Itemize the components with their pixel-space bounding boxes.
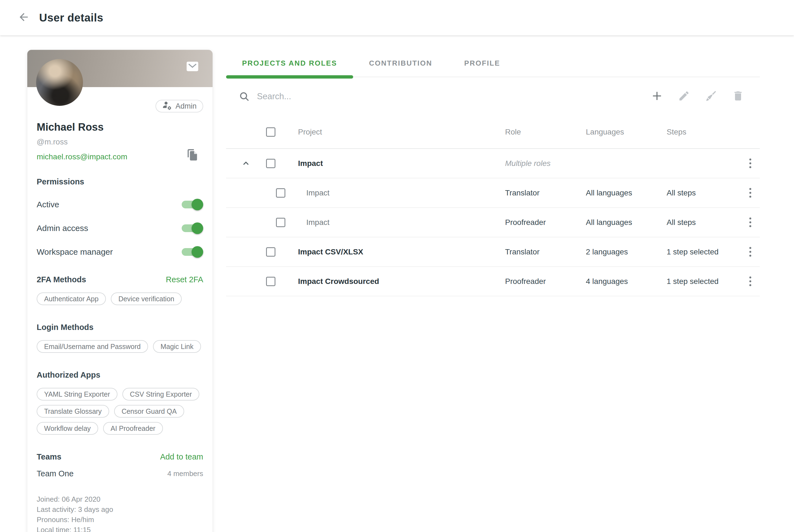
steps-cell: 1 step selected: [667, 277, 740, 286]
languages-cell: All languages: [586, 218, 667, 227]
languages-cell: 4 languages: [586, 277, 667, 286]
avatar: [36, 59, 83, 106]
page-title: User details: [39, 12, 103, 24]
meta-last-activity: Last activity: 3 days ago: [37, 505, 203, 515]
admin-access-toggle[interactable]: [182, 224, 202, 232]
toggle-label: Active: [37, 200, 59, 209]
plus-icon: [651, 90, 663, 103]
column-header-project: Project: [298, 128, 505, 136]
workspace-manager-toggle[interactable]: [182, 248, 202, 256]
row-checkbox[interactable]: [266, 277, 276, 286]
search-input[interactable]: [257, 92, 651, 101]
role-badge-label: Admin: [175, 102, 196, 111]
edit-button[interactable]: [678, 90, 690, 103]
search-bar: [226, 77, 760, 116]
user-name: Michael Ross: [37, 121, 203, 133]
team-members-count: 4 members: [167, 470, 203, 478]
toggle-knob: [192, 223, 203, 234]
trash-icon: [732, 90, 744, 103]
role-badge: Admin: [155, 100, 203, 112]
row-menu-kebab-icon[interactable]: [747, 245, 754, 259]
steps-cell: All steps: [667, 218, 740, 227]
search-icon: [239, 91, 250, 102]
authorized-app-chip: Translate Glossary: [37, 405, 109, 418]
languages-cell: 2 languages: [586, 248, 667, 256]
toggle-row-active: Active: [37, 199, 203, 210]
active-toggle[interactable]: [182, 201, 202, 208]
role-cell: Proofreader: [505, 277, 586, 286]
languages-cell: All languages: [586, 189, 667, 197]
reset-2fa-link[interactable]: Reset 2FA: [166, 275, 203, 284]
twofa-chip: Authenticator App: [37, 292, 106, 305]
role-cell: Translator: [505, 248, 586, 256]
toggle-label: Workspace manager: [37, 247, 113, 256]
teams-heading: Teams: [37, 452, 61, 461]
twofa-chip: Device verification: [111, 292, 182, 305]
authorized-app-chip: Censor Guard QA: [114, 405, 184, 418]
login-method-chip: Magic Link: [153, 340, 201, 353]
toggle-row-admin-access: Admin access: [37, 223, 203, 234]
column-header-role: Role: [505, 128, 586, 136]
toggle-row-workspace-manager: Workspace manager: [37, 246, 203, 258]
pencil-icon: [678, 90, 690, 103]
add-to-team-link[interactable]: Add to team: [160, 452, 203, 461]
login-method-chip: Email/Username and Password: [37, 340, 148, 353]
tab-bar: PROJECTS AND ROLES CONTRIBUTION PROFILE: [226, 50, 760, 77]
project-cell: Impact: [298, 189, 505, 197]
row-menu-kebab-icon[interactable]: [747, 215, 754, 229]
table-row: Impact CSV/XLSX Translator 2 languages 1…: [226, 238, 760, 267]
team-row: Team One 4 members: [37, 469, 203, 478]
user-card: Admin Michael Ross @m.ross michael.ross@…: [27, 50, 213, 532]
authorized-app-chip: Workflow delay: [37, 422, 98, 435]
project-cell: Impact CSV/XLSX: [298, 248, 505, 256]
tab-projects-and-roles[interactable]: PROJECTS AND ROLES: [226, 50, 353, 77]
row-menu-kebab-icon[interactable]: [747, 186, 754, 200]
row-checkbox[interactable]: [276, 188, 285, 198]
admin-user-gear-icon: [162, 100, 172, 112]
user-email-link[interactable]: michael.ross@impact.com: [37, 152, 127, 161]
column-header-steps: Steps: [667, 128, 740, 136]
toggle-knob: [192, 246, 203, 258]
add-button[interactable]: [651, 90, 663, 103]
projects-panel: PROJECTS AND ROLES CONTRIBUTION PROFILE: [226, 50, 760, 296]
permissions-heading: Permissions: [37, 177, 203, 186]
authorized-app-chip: AI Proofreader: [103, 422, 163, 435]
project-cell: Impact: [298, 218, 505, 227]
app-bar: User details: [0, 0, 794, 35]
project-cell: Impact: [298, 159, 505, 168]
send-email-button[interactable]: [186, 60, 199, 73]
column-header-languages: Languages: [586, 128, 667, 136]
row-menu-kebab-icon[interactable]: [747, 156, 754, 170]
broom-icon: [705, 90, 717, 103]
select-all-checkbox[interactable]: [266, 127, 276, 137]
back-button[interactable]: [17, 11, 31, 25]
meta-local-time: Local time: 11:15: [37, 525, 203, 532]
toggle-knob: [192, 199, 203, 210]
meta-pronouns: Pronouns: He/him: [37, 515, 203, 525]
envelope-icon: [186, 69, 199, 74]
team-name: Team One: [37, 469, 74, 478]
row-checkbox[interactable]: [266, 247, 276, 256]
role-cell: Multiple roles: [505, 159, 586, 168]
collapse-chevron-up-icon[interactable]: [241, 159, 251, 168]
steps-cell: 1 step selected: [667, 248, 740, 256]
role-cell: Proofreader: [505, 218, 586, 227]
row-checkbox[interactable]: [266, 159, 276, 168]
row-menu-kebab-icon[interactable]: [747, 274, 754, 288]
table-row: Impact Crowdsourced Proofreader 4 langua…: [226, 267, 760, 296]
table-row: Impact Translator All languages All step…: [226, 178, 760, 208]
login-methods-heading: Login Methods: [37, 323, 93, 332]
table-toolbar: [651, 90, 760, 103]
tab-profile[interactable]: PROFILE: [448, 50, 516, 77]
table-row: Impact Multiple roles: [226, 149, 760, 178]
copy-email-button[interactable]: [187, 149, 198, 161]
tab-contribution[interactable]: CONTRIBUTION: [353, 50, 448, 77]
delete-button[interactable]: [732, 90, 744, 103]
toggle-label: Admin access: [37, 224, 88, 233]
clean-button[interactable]: [705, 90, 717, 103]
authorized-apps-heading: Authorized Apps: [37, 370, 100, 380]
row-checkbox[interactable]: [276, 218, 285, 227]
role-cell: Translator: [505, 189, 586, 197]
twofa-heading: 2FA Methods: [37, 275, 86, 284]
user-handle: @m.ross: [37, 137, 203, 146]
